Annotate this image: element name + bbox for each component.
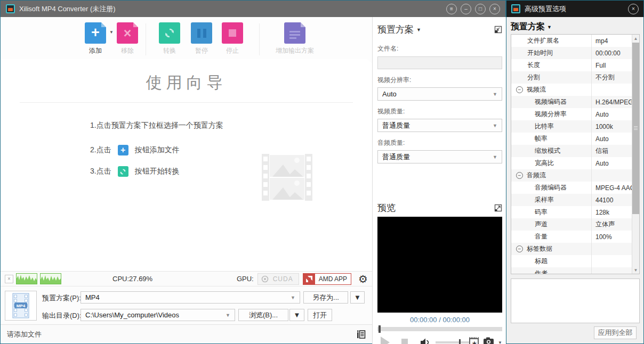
output-dir-label: 输出目录(D):: [42, 311, 82, 321]
table-row[interactable]: 长度Full: [511, 59, 632, 71]
play-button[interactable]: [381, 337, 390, 344]
preview-video[interactable]: [377, 217, 502, 313]
main-window: Xilisoft MP4 Converter (未注册) ≡ – □ × + ▼…: [0, 0, 506, 344]
pause-button[interactable]: 暂停: [191, 22, 212, 55]
wizard-area: 使用向导 1.点击预置方案下拉框选择一个预置方案 2.点击 + 按钮添加文件 3…: [1, 59, 372, 271]
table-row[interactable]: 比特率1000k: [511, 120, 632, 133]
video-quality-label: 视频质量:: [377, 107, 502, 116]
chevron-down-icon[interactable]: ▼: [498, 340, 502, 344]
video-quality-select[interactable]: 普通质量▼: [377, 119, 502, 132]
add-profile-button[interactable]: 增加输出方案: [276, 22, 314, 55]
app-icon: [511, 4, 520, 13]
close-button[interactable]: ×: [489, 4, 500, 14]
minimize-button[interactable]: –: [461, 4, 471, 14]
speaker-icon[interactable]: [420, 338, 430, 344]
table-row[interactable]: 文件扩展名mp4: [511, 35, 632, 47]
volume-slider[interactable]: [436, 341, 469, 343]
task-info-icon[interactable]: [356, 330, 366, 339]
table-row[interactable]: 标题: [511, 255, 632, 267]
preset-combobox[interactable]: MP4▼: [80, 291, 300, 304]
output-dir-combobox[interactable]: C:\Users\My_computer\Videos▼: [80, 309, 235, 321]
chevron-down-icon[interactable]: ▼: [416, 27, 421, 32]
expand-preview-icon[interactable]: [494, 204, 502, 212]
toolbar-separator: [259, 23, 260, 55]
advanced-preset-header[interactable]: 预置方案 ▼: [511, 21, 552, 32]
gear-icon[interactable]: ⚙: [358, 274, 368, 284]
collapse-minus-icon[interactable]: −: [516, 245, 523, 252]
stop-playback-button[interactable]: [401, 339, 408, 344]
table-row[interactable]: 采样率44100: [511, 194, 632, 206]
table-row[interactable]: 声道立体声: [511, 218, 632, 231]
snapshot-to-file-icon[interactable]: ★: [469, 337, 480, 344]
browse-button[interactable]: 浏览(B)...: [238, 309, 288, 321]
scroll-up-icon[interactable]: ▲: [632, 35, 639, 42]
table-row[interactable]: 视频分辨率Auto: [511, 108, 632, 120]
cuda-toggle-button[interactable]: CUDA: [257, 273, 299, 285]
collapse-minus-icon[interactable]: −: [516, 172, 523, 179]
close-icon: ×: [632, 6, 635, 12]
chevron-down-icon: ▼: [354, 293, 361, 301]
table-row[interactable]: 开始时间00:00:00: [511, 47, 632, 59]
cpu-usage: CPU:27.69%: [112, 275, 152, 283]
row-value: H.264/MPEG: [591, 96, 632, 108]
remove-icon: ×: [117, 22, 138, 44]
preset-description-box[interactable]: [511, 279, 640, 323]
volume-handle[interactable]: [459, 339, 461, 344]
collapse-minus-icon[interactable]: −: [516, 86, 523, 93]
row-value: Auto: [591, 108, 632, 120]
divider: [20, 102, 353, 103]
table-row[interactable]: −标签数据: [511, 243, 632, 255]
table-row[interactable]: 帧率Auto: [511, 133, 632, 145]
apply-to-all-button[interactable]: 应用到全部: [594, 326, 637, 339]
save-as-dropdown-button[interactable]: ▼: [350, 291, 365, 304]
table-row[interactable]: −音频流: [511, 169, 632, 182]
remove-button[interactable]: × 移除: [117, 22, 138, 55]
scrollbar-thumb[interactable]: [632, 43, 639, 214]
close-button[interactable]: ×: [628, 4, 639, 14]
add-button[interactable]: + ▼ 添加: [85, 22, 106, 55]
row-value: Full: [591, 59, 632, 71]
table-row[interactable]: 宽高比Auto: [511, 157, 632, 169]
table-row[interactable]: 缩放模式信箱: [511, 145, 632, 157]
table-row[interactable]: 音量100%: [511, 231, 632, 243]
row-label: −标签数据: [511, 244, 591, 253]
chevron-down-icon: ▼: [294, 311, 301, 319]
table-scrollbar[interactable]: ▲ ▼: [632, 35, 639, 274]
table-row[interactable]: 音频编码器MPEG-4 AAC: [511, 182, 632, 194]
chevron-down-icon[interactable]: ▼: [109, 30, 114, 35]
menu-button[interactable]: ≡: [446, 4, 457, 14]
table-row[interactable]: 作者: [511, 267, 632, 274]
stop-button[interactable]: 停止: [222, 22, 243, 55]
row-value: mp4: [591, 35, 632, 47]
camera-snapshot-icon[interactable]: [483, 337, 495, 344]
convert-button[interactable]: 转换: [159, 22, 180, 55]
table-row[interactable]: 分割不分割: [511, 71, 632, 84]
advanced-titlebar[interactable]: 高级预置选项 ×: [506, 1, 643, 17]
table-row[interactable]: 视频编码器H.264/MPEG: [511, 96, 632, 108]
scroll-down-icon[interactable]: ▼: [632, 266, 639, 274]
chevron-down-icon: ▼: [493, 123, 497, 128]
row-label: 作者: [511, 269, 591, 274]
status-message: 请添加文件: [7, 330, 42, 339]
resolution-select[interactable]: Auto▼: [377, 87, 502, 101]
amd-app-toggle-button[interactable]: AMD APP: [303, 273, 351, 285]
convert-sync-icon: [159, 22, 180, 44]
save-as-button[interactable]: 另存为...: [303, 291, 348, 304]
table-row[interactable]: 码率128k: [511, 206, 632, 218]
dock-panel-icon[interactable]: [494, 26, 502, 34]
audio-quality-select[interactable]: 普通质量▼: [377, 150, 502, 163]
close-meters-button[interactable]: ×: [5, 275, 13, 283]
advanced-window-title: 高级预置选项: [525, 4, 566, 14]
browse-dropdown-button[interactable]: ▼: [289, 309, 304, 321]
table-row[interactable]: −视频流: [511, 84, 632, 96]
resolution-label: 视频分辨率:: [377, 76, 502, 85]
open-button[interactable]: 打开: [308, 309, 332, 321]
filename-input[interactable]: [377, 56, 502, 69]
seek-bar[interactable]: [377, 327, 502, 331]
main-titlebar[interactable]: Xilisoft MP4 Converter (未注册) ≡ – □ ×: [1, 1, 505, 17]
chevron-down-icon: ▼: [493, 154, 497, 160]
preset-panel-title[interactable]: 预置方案: [377, 23, 414, 36]
maximize-button[interactable]: □: [475, 4, 486, 14]
row-label: 音频编码器: [511, 183, 591, 192]
seek-handle[interactable]: [379, 325, 381, 333]
